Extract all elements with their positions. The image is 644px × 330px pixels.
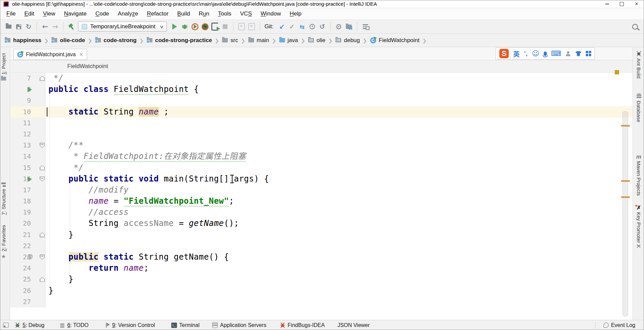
gutter-line-13[interactable]: 13 (10, 140, 45, 151)
toolwindow-database[interactable]: Database (636, 94, 642, 122)
menu-window[interactable]: Window (256, 10, 285, 17)
tab-fieldwatchpoint[interactable]: C FieldWatchpoint.java ✕ (13, 49, 87, 60)
gutter-line-20[interactable]: 20 (10, 218, 45, 229)
run-with-coverage-button[interactable] (190, 22, 200, 32)
git-update-button[interactable]: ↙ (277, 22, 287, 32)
toolwindow-key-promoter[interactable]: ✗ Key Promoter X (636, 205, 642, 248)
ime-punctuation-toggle[interactable]: ’, (524, 50, 528, 57)
build-project-button[interactable] (67, 22, 77, 32)
save-all-button[interactable] (13, 22, 24, 32)
menu-edit[interactable]: Edit (20, 10, 38, 17)
breadcrumb-item-main[interactable]: main (248, 37, 269, 44)
statusbar-findbugs-idea[interactable]: FindBugs-IDEA (280, 322, 325, 328)
open-button[interactable] (3, 22, 13, 32)
gutter-line-22[interactable]: 22 (10, 240, 45, 252)
statusbar-terminal[interactable]: ›_Terminal (171, 322, 200, 328)
breadcrumb-item-debug[interactable]: debug (335, 37, 360, 44)
compile-button[interactable] (360, 22, 370, 32)
event-log-button[interactable]: Event Log (604, 322, 635, 328)
statusbar--version-control[interactable]: 9: Version Control (105, 322, 155, 328)
fold-marker-icon[interactable] (40, 255, 45, 260)
project-structure-button[interactable] (344, 22, 354, 32)
code-line-16[interactable]: 16 public static void main(String[] args… (10, 173, 633, 185)
gutter-line-18[interactable]: 18 (10, 196, 45, 207)
toolwindow-maven[interactable]: m Maven Projects (636, 155, 642, 196)
code-line-17[interactable]: 17 //modify (10, 185, 633, 196)
debug-with-coverage-button[interactable] (200, 22, 210, 32)
back-button[interactable]: ← (40, 22, 50, 32)
import-button[interactable] (247, 22, 257, 32)
sidebar-item-favorites[interactable]: 2: Favorites ★ (1, 225, 6, 260)
code-line-22[interactable]: 22 (10, 240, 633, 252)
menu-run[interactable]: Run (194, 10, 214, 17)
gutter-line-10[interactable]: 10 (10, 106, 45, 118)
stop-button[interactable] (220, 22, 230, 32)
toolwindow-switcher-icon[interactable] (3, 323, 9, 328)
statusbar-application-servers[interactable]: Application Servers (212, 322, 266, 328)
settings-button[interactable]: ⚙ (334, 22, 344, 32)
code-line-15[interactable]: 15 */ (10, 162, 633, 173)
statusbar--todo[interactable]: ≣6: TODO (60, 322, 88, 328)
menu-vcs[interactable]: VCS (236, 10, 256, 17)
statusbar-json-viewer[interactable]: JSON Viewer (337, 322, 370, 328)
gutter-line-7[interactable]: 7 (10, 73, 45, 84)
breadcrumb-item-olie[interactable]: olie (308, 37, 325, 44)
menu-build[interactable]: Build (173, 10, 194, 17)
fold-marker-icon[interactable] (40, 232, 45, 237)
code-line-12[interactable]: 12 (10, 129, 633, 140)
run-gutter-icon[interactable] (28, 87, 32, 92)
bookmark-gutter-icon[interactable]: @ (27, 253, 33, 260)
breadcrumb-class[interactable]: FieldWatchpoint (67, 63, 108, 70)
fold-marker-icon[interactable] (40, 143, 45, 148)
breadcrumb-item-code-strong-practice[interactable]: code-strong-practice (147, 37, 212, 44)
sogou-logo-icon[interactable]: S (499, 49, 509, 58)
gutter-line-14[interactable]: 14 (10, 151, 45, 162)
run-with-profiler-button[interactable] (210, 22, 220, 32)
fold-marker-icon[interactable] (40, 176, 45, 182)
git-merge-button[interactable]: ⇆ (297, 22, 307, 32)
gutter-line-16[interactable]: 16 (10, 173, 45, 185)
code-line-9[interactable]: 9 (10, 95, 633, 106)
menu-analyze[interactable]: Analyze (113, 10, 143, 17)
search-everywhere-button[interactable] (631, 22, 641, 32)
gutter-line-17[interactable]: 17 (10, 185, 45, 196)
run-gutter-icon[interactable] (28, 176, 32, 182)
gutter-line-9[interactable]: 9 (10, 95, 45, 106)
code-line-20[interactable]: 20 String accessName = getName(); (10, 218, 633, 229)
gutter-line-19[interactable]: 19 (10, 207, 45, 218)
breadcrumb-item-java[interactable]: java (279, 37, 298, 44)
synchronize-button[interactable]: ↻ (24, 22, 34, 32)
ime-skin-icon[interactable] (575, 51, 581, 56)
menu-refactor[interactable]: Refactor (143, 10, 173, 17)
toolwindow-ant-build[interactable]: Ant Build (636, 51, 642, 78)
gutter-line-8[interactable]: 8 (10, 84, 45, 95)
menu-code[interactable]: Code (91, 10, 113, 17)
sidebar-item-project[interactable]: 1: Project (1, 53, 6, 81)
menu-navigate[interactable]: Navigate (60, 10, 91, 17)
code-line-21[interactable]: 21 } (10, 229, 633, 240)
git-history-button[interactable] (307, 22, 317, 32)
fold-marker-icon[interactable] (40, 76, 45, 81)
gutter-line-27[interactable]: 27 (10, 296, 45, 307)
keyboard-icon[interactable]: ⌨ (551, 50, 561, 58)
fold-marker-icon[interactable] (40, 165, 45, 170)
editor-scrollbar[interactable] (622, 111, 628, 317)
gutter-line-15[interactable]: 15 (10, 162, 45, 173)
maximize-button[interactable] (614, 0, 629, 8)
code-line-27[interactable]: 27 (10, 296, 633, 307)
code-line-14[interactable]: 14 * FieldWatchpoint:在对象指定属性上阻塞 (10, 151, 633, 162)
gutter-line-26[interactable]: 26 (10, 285, 45, 296)
forward-button[interactable]: → (50, 22, 60, 32)
breadcrumb-item-src[interactable]: src (222, 37, 238, 44)
code-line-10[interactable]: 10 static String name ; (10, 106, 633, 118)
minimize-button[interactable] (600, 0, 614, 8)
microphone-icon[interactable] (544, 52, 547, 56)
gutter-line-11[interactable]: 11 (10, 118, 45, 129)
code-line-26[interactable]: 26} (10, 285, 633, 296)
ime-account-icon[interactable] (566, 51, 571, 56)
code-line-11[interactable]: 11 (10, 118, 633, 129)
code-line-24[interactable]: 24 return name; (10, 263, 633, 274)
close-button[interactable]: ✕ (629, 0, 644, 8)
code-line-7[interactable]: 7 */ (10, 73, 633, 84)
menu-tools[interactable]: Tools (214, 10, 236, 17)
